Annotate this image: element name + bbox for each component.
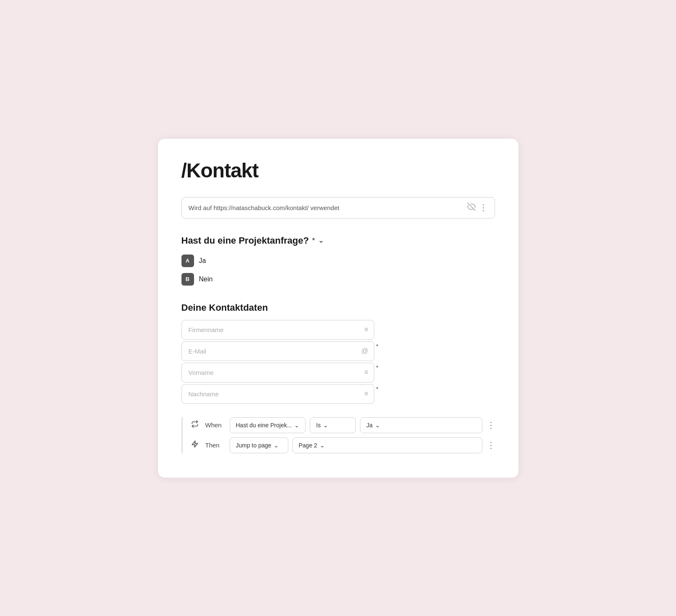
vorname-input[interactable]	[181, 363, 374, 382]
when-value-text: Ja	[366, 422, 373, 429]
when-icon	[191, 420, 201, 430]
required-indicator: *	[312, 237, 315, 244]
vorname-required: *	[376, 364, 378, 371]
url-bar: Wird auf https://nataschabuck.com/kontak…	[181, 197, 495, 218]
when-more-button[interactable]: ⋮	[487, 420, 495, 430]
fields-container: ≡ @ * ≡ * ≡	[181, 320, 374, 404]
then-target-select[interactable]: Page 2 ⌄	[293, 437, 482, 453]
svg-marker-1	[192, 441, 198, 447]
label-b: Nein	[199, 276, 213, 283]
when-field-select[interactable]: Hast du eine Projek... ⌄	[230, 417, 306, 433]
email-icon: @	[361, 347, 368, 355]
when-operator-chevron-icon: ⌄	[323, 422, 328, 429]
nachname-field: ≡	[181, 384, 374, 404]
nachname-icon: ≡	[364, 390, 368, 398]
when-field-chevron-icon: ⌄	[294, 422, 299, 429]
when-value-select[interactable]: Ja ⌄	[360, 417, 482, 433]
question-title: Hast du eine Projektanfrage? * ⌄	[181, 235, 495, 246]
badge-b: B	[181, 273, 194, 286]
option-b[interactable]: B Nein	[181, 273, 495, 286]
main-card: /Kontakt Wird auf https://nataschabuck.c…	[158, 139, 518, 478]
nachname-required: *	[376, 386, 378, 392]
then-more-button[interactable]: ⋮	[487, 440, 495, 450]
email-wrapper: @ *	[181, 341, 374, 361]
vorname-icon: ≡	[364, 369, 368, 376]
question-section: Hast du eine Projektanfrage? * ⌄ A Ja B …	[181, 235, 495, 286]
vorname-field: ≡	[181, 363, 374, 382]
firmenname-icon: ≡	[364, 326, 368, 333]
condition-block: When Hast du eine Projek... ⌄ Is ⌄ Ja ⌄ …	[181, 417, 495, 453]
then-action-value: Jump to page	[236, 442, 272, 449]
badge-a: A	[181, 255, 194, 267]
then-icon	[191, 440, 201, 450]
firmenname-wrapper: ≡	[181, 320, 374, 340]
url-text: Wird auf https://nataschabuck.com/kontak…	[189, 204, 464, 211]
contact-section-title: Deine Kontaktdaten	[181, 302, 495, 313]
contact-section: Deine Kontaktdaten ≡ @ * ≡	[181, 302, 495, 404]
hide-icon[interactable]	[467, 203, 476, 213]
then-target-chevron-icon: ⌄	[320, 442, 325, 449]
chevron-down-icon[interactable]: ⌄	[318, 237, 324, 244]
then-label: Then	[205, 442, 225, 449]
email-input[interactable]	[181, 341, 374, 361]
email-required: *	[376, 343, 378, 349]
when-row: When Hast du eine Projek... ⌄ Is ⌄ Ja ⌄ …	[191, 417, 495, 433]
nachname-input[interactable]	[181, 384, 374, 404]
then-action-chevron-icon: ⌄	[274, 442, 279, 449]
then-action-select[interactable]: Jump to page ⌄	[230, 437, 288, 453]
then-target-value: Page 2	[299, 442, 317, 449]
when-value-chevron-icon: ⌄	[375, 422, 380, 429]
when-operator-value: Is	[316, 422, 321, 429]
url-more-button[interactable]: ⋮	[479, 203, 488, 213]
option-a[interactable]: A Ja	[181, 255, 495, 267]
vorname-wrapper: ≡ *	[181, 363, 374, 382]
when-label: When	[205, 421, 225, 429]
firmenname-field: ≡	[181, 320, 374, 340]
firmenname-input[interactable]	[181, 320, 374, 340]
when-operator-select[interactable]: Is ⌄	[310, 417, 356, 433]
nachname-wrapper: ≡ *	[181, 384, 374, 404]
email-field: @	[181, 341, 374, 361]
when-field-value: Hast du eine Projek...	[236, 422, 292, 429]
then-row: Then Jump to page ⌄ Page 2 ⌄ ⋮	[191, 437, 495, 453]
label-a: Ja	[199, 257, 206, 265]
page-title: /Kontakt	[181, 159, 495, 182]
